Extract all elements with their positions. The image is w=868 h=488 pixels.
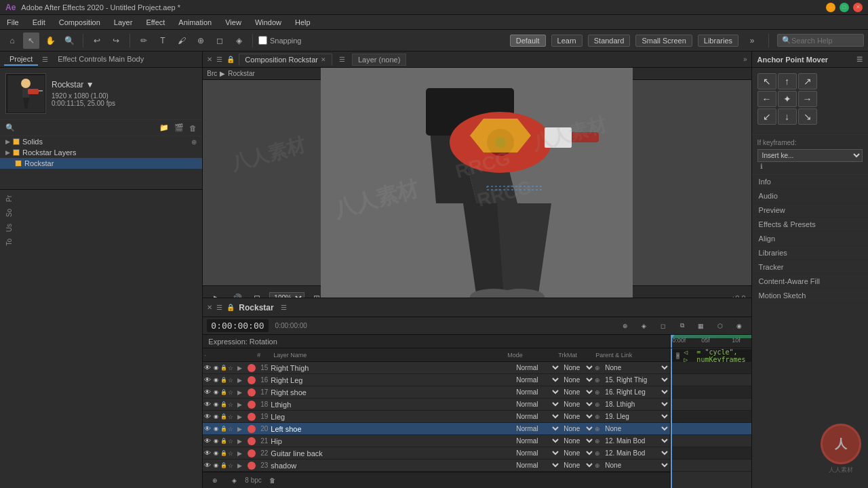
viewer-snap-btn[interactable]: ⊡ <box>249 290 265 299</box>
timeline-close-icon[interactable]: ✕ <box>207 304 212 311</box>
layer-19-mode[interactable]: Normal <box>513 412 561 421</box>
timeline-settings-icon[interactable]: ☰ <box>281 304 287 311</box>
layer-23-parent-sel[interactable]: None <box>602 461 670 470</box>
layer-20-solo[interactable]: ◉ <box>212 426 220 432</box>
keyframe-behavior-select[interactable]: Insert ke... Keep keyframes <box>757 149 863 162</box>
timeline-tool-1[interactable]: ⊕ <box>617 318 633 334</box>
bottom-tool-1[interactable]: ⊕ <box>207 472 223 489</box>
layer-20-eye[interactable]: 👁 <box>203 425 212 432</box>
layer-22-mode[interactable]: Normal <box>513 449 561 458</box>
pen-tool[interactable]: ✏ <box>136 33 152 49</box>
layer-22-solo[interactable]: ◉ <box>212 450 220 456</box>
layer-20-lock[interactable]: 🔒 <box>220 426 228 432</box>
layer-tab[interactable]: Layer (none) <box>352 54 406 66</box>
panel-menu-icon[interactable]: ☰ <box>42 56 48 63</box>
home-button[interactable]: ⌂ <box>4 33 20 49</box>
layer-18-solo[interactable]: ◉ <box>212 401 220 407</box>
layer-23-lock[interactable]: 🔒 <box>220 462 228 468</box>
viewer-audio-btn[interactable]: 🔊 <box>229 290 245 299</box>
menu-composition[interactable]: Composition <box>56 17 103 28</box>
layer-18-mode[interactable]: Normal <box>513 400 561 409</box>
comp-tab-close[interactable]: ✕ <box>321 56 326 63</box>
close-comp-icon[interactable]: ✕ <box>207 56 212 63</box>
right-panel-menu[interactable]: ☰ <box>856 56 863 63</box>
layer-17-lock[interactable]: 🔒 <box>220 389 228 395</box>
project-item-solids[interactable]: ▶ Solids ⊕ <box>0 136 202 147</box>
layer-19-parent-sel[interactable]: 19. Lleg <box>602 412 670 421</box>
select-tool[interactable]: ↖ <box>23 33 39 49</box>
timeline-tool-4[interactable]: ⧉ <box>674 318 690 334</box>
layer-20-mode[interactable]: Normal <box>513 424 561 433</box>
menu-edit[interactable]: Edit <box>30 17 48 28</box>
layer-20-trkmat[interactable]: None <box>561 424 595 433</box>
layer-21-trkmat[interactable]: None <box>561 436 595 445</box>
layer-15-lock[interactable]: 🔒 <box>220 365 228 371</box>
menu-layer[interactable]: Layer <box>111 17 136 28</box>
anchor-center[interactable]: ✦ <box>778 91 797 107</box>
new-item-icon[interactable]: ⊕ <box>191 138 197 146</box>
anchor-left[interactable]: ← <box>757 91 776 107</box>
link-icon-16[interactable]: ⊕ <box>595 377 600 384</box>
anchor-bottom[interactable]: ↓ <box>778 108 797 125</box>
search-project-icon[interactable]: 🔍 <box>4 122 16 134</box>
menu-animation[interactable]: Animation <box>176 17 214 28</box>
timeline-tool-6[interactable]: ⬡ <box>712 318 728 334</box>
layer-16-trkmat[interactable]: None <box>561 375 595 384</box>
layer-20-expand[interactable]: ▶ <box>237 426 246 432</box>
layer-row-22[interactable]: 👁 ◉ 🔒 ☆ ▶ 22 Guitar line back Normal Non… <box>203 447 670 460</box>
layer-16-mode[interactable]: Normal <box>513 375 561 384</box>
layer-row-23[interactable]: 👁 ◉ 🔒 ☆ ▶ 23 shadow Normal None ⊕ <box>203 460 670 472</box>
timeline-tool-2[interactable]: ◈ <box>636 318 652 334</box>
link-icon-18[interactable]: ⊕ <box>595 401 600 408</box>
layer-21-mode[interactable]: Normal <box>513 436 561 445</box>
link-icon-20[interactable]: ⊕ <box>595 426 600 432</box>
layer-17-eye[interactable]: 👁 <box>203 388 212 396</box>
panel-item-tracker[interactable]: Tracker <box>752 260 868 274</box>
layer-row-16[interactable]: 👁 ◉ 🔒 ☆ ▶ 16 Right Leg Normal None ⊕ <box>203 374 670 386</box>
project-item-layers[interactable]: ▶ Rockstar Layers <box>0 147 202 158</box>
timeline-tool-5[interactable]: ▦ <box>693 318 709 334</box>
bottom-tool-2[interactable]: ◈ <box>226 472 242 489</box>
undo-button[interactable]: ↩ <box>89 33 105 49</box>
layer-15-parent-sel[interactable]: None <box>602 363 670 372</box>
layer-row-15[interactable]: 👁 ◉ 🔒 ☆ ▶ 15 Right Thigh Normal None ⊕ <box>203 362 670 374</box>
workspace-learn[interactable]: Learn <box>551 35 583 47</box>
layer-15-solo[interactable]: ◉ <box>212 365 220 371</box>
layer-17-mode[interactable]: Normal <box>513 388 561 396</box>
project-item-rockstar[interactable]: Rockstar <box>0 158 202 169</box>
lock-icon[interactable]: 🔒 <box>226 56 235 63</box>
layer-18-eye[interactable]: 👁 <box>203 401 212 408</box>
new-comp-icon[interactable]: 🎬 <box>173 122 185 134</box>
menu-view[interactable]: View <box>222 17 244 28</box>
layer-17-trkmat[interactable]: None <box>561 388 595 396</box>
tab-project[interactable]: Project <box>4 54 38 66</box>
layer-row-17[interactable]: 👁 ◉ 🔒 ☆ ▶ 17 Right shoe Normal None ⊕ <box>203 386 670 399</box>
layer-22-lock[interactable]: 🔒 <box>220 450 228 456</box>
layer-21-lock[interactable]: 🔒 <box>220 438 228 444</box>
bottom-tool-3[interactable]: 🗑 <box>264 472 281 489</box>
clone-tool[interactable]: ⊕ <box>193 33 209 49</box>
layer-16-parent-sel[interactable]: 15. Right Thig <box>602 375 670 384</box>
layer-22-parent-sel[interactable]: 12. Main Bod <box>602 449 670 458</box>
layer-21-parent-sel[interactable]: 12. Main Bod <box>602 436 670 445</box>
delete-icon[interactable]: 🗑 <box>188 123 198 134</box>
layer-16-solo[interactable]: ◉ <box>212 377 220 383</box>
layer-19-lock[interactable]: 🔒 <box>220 413 228 420</box>
hand-tool[interactable]: ✋ <box>42 33 58 49</box>
layer-16-lock[interactable]: 🔒 <box>220 377 228 383</box>
layer-17-solo[interactable]: ◉ <box>212 389 220 395</box>
layer-row-21[interactable]: 👁 ◉ 🔒 ☆ ▶ 21 Hip Normal None ⊕ <box>203 435 670 447</box>
zoom-tool[interactable]: 🔍 <box>61 33 77 49</box>
layer-17-parent-sel[interactable]: 16. Right Leg <box>602 388 670 396</box>
puppet-tool[interactable]: ◈ <box>231 33 247 49</box>
maximize-button[interactable]: □ <box>840 3 849 12</box>
layer-23-mode[interactable]: Normal <box>513 461 561 470</box>
search-input[interactable] <box>791 37 859 45</box>
work-area-bar[interactable] <box>671 335 751 338</box>
panel-item-align[interactable]: Align <box>752 232 868 246</box>
tab-effect-controls[interactable]: Effect Controls Main Body <box>52 54 149 66</box>
link-icon-19[interactable]: ⊕ <box>595 413 600 420</box>
layer-row-18[interactable]: 👁 ◉ 🔒 ☆ ▶ 18 Lthigh Normal None ⊕ <box>203 399 670 411</box>
layer-row-20[interactable]: 👁 ◉ 🔒 ☆ ▶ 20 Left shoe Normal None ⊕ <box>203 423 670 435</box>
layer-21-eye[interactable]: 👁 <box>203 437 212 445</box>
